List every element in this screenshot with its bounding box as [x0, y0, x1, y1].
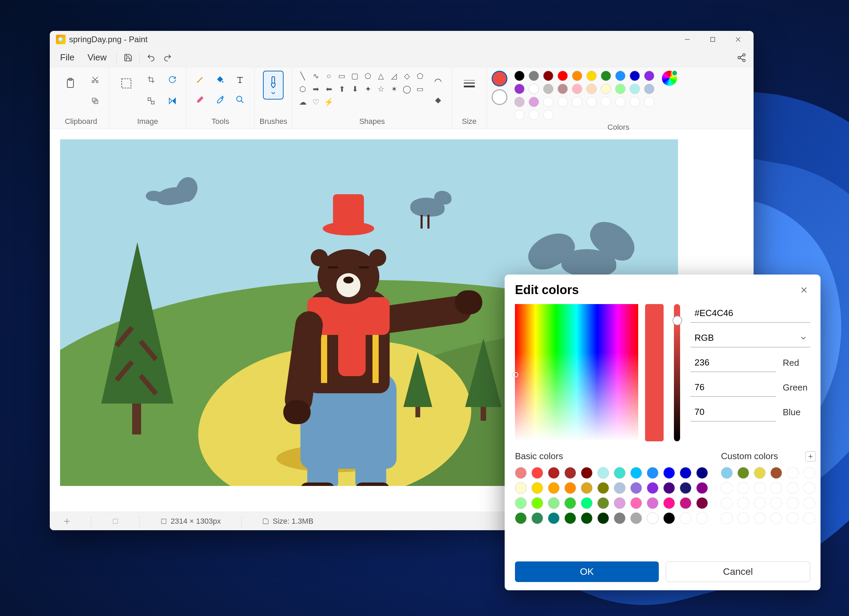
basic-color-swatch[interactable] [565, 497, 576, 509]
basic-color-swatch[interactable] [614, 467, 626, 479]
custom-color-swatch[interactable] [721, 467, 733, 479]
shape-pentagon-icon[interactable]: ⬠ [415, 71, 426, 82]
palette-swatch[interactable] [514, 71, 524, 81]
undo-icon[interactable] [144, 51, 158, 65]
shape-rect-icon[interactable]: ▭ [337, 71, 347, 82]
basic-color-swatch[interactable] [614, 482, 626, 494]
custom-color-swatch[interactable] [803, 467, 815, 479]
green-input[interactable] [690, 378, 776, 397]
basic-color-swatch[interactable] [515, 497, 527, 509]
luminance-slider[interactable] [674, 304, 680, 441]
palette-swatch[interactable] [529, 84, 539, 94]
custom-color-swatch[interactable] [787, 482, 798, 494]
shape-polygon-icon[interactable]: ⬠ [362, 71, 374, 82]
shape-heart-icon[interactable]: ♡ [310, 97, 321, 108]
pencil-icon[interactable] [191, 71, 209, 89]
palette-swatch[interactable] [586, 84, 597, 94]
crop-icon[interactable] [142, 71, 160, 89]
file-menu[interactable]: File [55, 49, 80, 65]
shape-outline-icon[interactable] [429, 71, 447, 89]
text-icon[interactable] [231, 71, 249, 89]
shape-4star-icon[interactable]: ✦ [362, 84, 374, 95]
eraser-icon[interactable] [191, 91, 209, 109]
shape-oval-icon[interactable]: ○ [323, 71, 334, 82]
shape-arrow-left-icon[interactable]: ⬅ [323, 84, 334, 95]
basic-color-swatch[interactable] [565, 467, 576, 479]
blue-input[interactable] [690, 403, 776, 421]
palette-swatch[interactable] [644, 71, 654, 81]
brushes-button[interactable] [263, 71, 284, 100]
basic-color-swatch[interactable] [663, 512, 675, 524]
cut-icon[interactable] [86, 71, 104, 89]
basic-color-swatch[interactable] [597, 497, 609, 509]
palette-swatch-empty[interactable] [572, 97, 582, 107]
custom-color-swatch[interactable] [770, 482, 782, 494]
basic-color-swatch[interactable] [565, 512, 576, 524]
basic-color-swatch[interactable] [548, 482, 560, 494]
palette-swatch[interactable] [601, 84, 611, 94]
custom-color-swatch[interactable] [770, 497, 782, 509]
basic-color-swatch[interactable] [647, 512, 658, 524]
basic-color-swatch[interactable] [647, 467, 658, 479]
edit-colors-button[interactable] [662, 71, 677, 86]
basic-color-swatch[interactable] [532, 497, 543, 509]
palette-swatch[interactable] [514, 97, 524, 107]
palette-swatch-empty[interactable] [586, 97, 597, 107]
palette-swatch-empty[interactable] [644, 97, 654, 107]
shape-5star-icon[interactable]: ☆ [375, 84, 387, 95]
custom-color-swatch[interactable] [754, 482, 766, 494]
shape-arrow-right-icon[interactable]: ➡ [310, 84, 321, 95]
basic-color-swatch[interactable] [630, 497, 642, 509]
palette-swatch-empty[interactable] [543, 110, 553, 120]
basic-color-swatch[interactable] [597, 482, 609, 494]
basic-color-swatch[interactable] [696, 497, 708, 509]
custom-color-swatch[interactable] [721, 482, 733, 494]
palette-swatch[interactable] [615, 71, 626, 81]
custom-color-swatch[interactable] [754, 512, 766, 524]
paste-button[interactable] [58, 71, 83, 96]
flip-icon[interactable] [164, 92, 181, 110]
shape-line-icon[interactable]: ╲ [297, 71, 308, 82]
palette-swatch[interactable] [572, 71, 582, 81]
basic-color-swatch[interactable] [597, 467, 609, 479]
basic-color-swatch[interactable] [680, 512, 691, 524]
basic-color-swatch[interactable] [515, 482, 527, 494]
color-2-button[interactable] [492, 89, 507, 105]
select-button[interactable] [114, 71, 139, 96]
shape-fill-icon[interactable] [429, 92, 447, 110]
custom-color-swatch[interactable] [737, 497, 749, 509]
hex-input[interactable] [690, 304, 810, 323]
shape-diamond-icon[interactable]: ◇ [402, 71, 413, 82]
custom-color-swatch[interactable] [787, 497, 798, 509]
shape-6star-icon[interactable]: ✶ [389, 84, 400, 95]
fill-icon[interactable] [211, 71, 229, 89]
close-button[interactable] [725, 31, 751, 48]
palette-swatch[interactable] [514, 84, 524, 94]
palette-swatch[interactable] [557, 71, 568, 81]
basic-color-swatch[interactable] [663, 482, 675, 494]
shape-curve-icon[interactable]: ∿ [310, 71, 321, 82]
custom-color-swatch[interactable] [787, 467, 798, 479]
custom-color-swatch[interactable] [737, 467, 749, 479]
custom-color-swatch[interactable] [737, 512, 749, 524]
custom-color-swatch[interactable] [770, 467, 782, 479]
eyedropper-icon[interactable] [211, 91, 229, 109]
ok-button[interactable]: OK [515, 561, 659, 582]
basic-color-swatch[interactable] [581, 497, 593, 509]
basic-color-swatch[interactable] [630, 467, 642, 479]
basic-color-swatch[interactable] [680, 482, 691, 494]
custom-color-swatch[interactable] [803, 512, 815, 524]
custom-color-swatch[interactable] [754, 467, 766, 479]
palette-swatch-empty[interactable] [557, 97, 568, 107]
custom-color-swatch[interactable] [787, 512, 798, 524]
basic-color-swatch[interactable] [548, 467, 560, 479]
basic-color-swatch[interactable] [532, 467, 543, 479]
rotate-icon[interactable] [164, 71, 181, 89]
basic-color-swatch[interactable] [515, 467, 527, 479]
basic-color-swatch[interactable] [532, 512, 543, 524]
color-mode-select[interactable]: RGB [690, 329, 810, 347]
basic-color-swatch[interactable] [680, 467, 691, 479]
palette-swatch[interactable] [543, 71, 553, 81]
palette-swatch-empty[interactable] [529, 110, 539, 120]
palette-swatch[interactable] [601, 71, 611, 81]
